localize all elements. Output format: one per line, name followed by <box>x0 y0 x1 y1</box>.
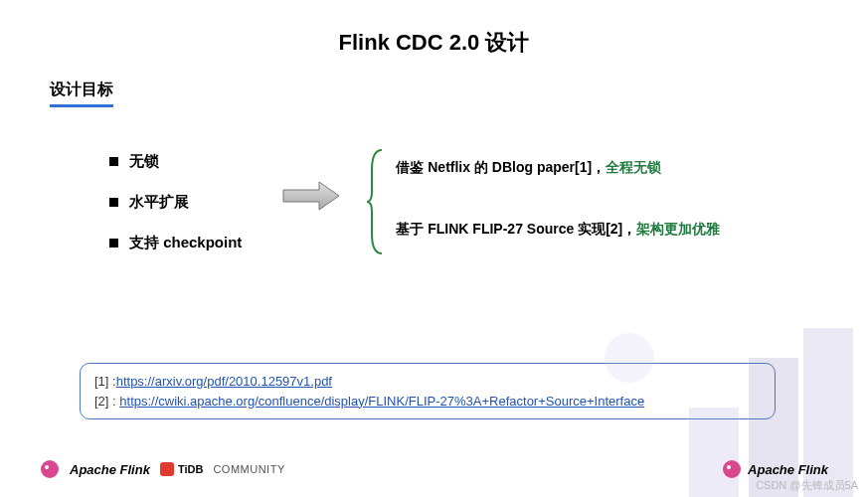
flink-brand-text: Apache Flink <box>748 462 828 477</box>
arrow-icon <box>281 180 341 212</box>
goal-item: 水平扩展 <box>109 193 242 212</box>
tidb-text: TiDB <box>178 463 203 475</box>
svg-rect-2 <box>689 408 739 497</box>
ref-link[interactable]: https://arxiv.org/pdf/2010.12597v1.pdf <box>116 374 332 389</box>
footer-left: Apache Flink TiDB COMMUNITY <box>40 459 285 479</box>
slide: Flink CDC 2.0 设计 设计目标 无锁 水平扩展 支持 checkpo… <box>0 0 868 497</box>
ref-label: [1] : <box>94 374 116 389</box>
footer-right: Apache Flink <box>722 459 828 479</box>
content-row: 无锁 水平扩展 支持 checkpoint 借鉴 Netflix 的 DBlog… <box>40 152 828 280</box>
section-heading: 设计目标 <box>50 80 113 107</box>
reference-item: [2] : https://cwiki.apache.org/confluenc… <box>94 392 761 412</box>
community-text: COMMUNITY <box>213 463 284 475</box>
svg-point-4 <box>41 460 59 478</box>
goals-list: 无锁 水平扩展 支持 checkpoint <box>109 152 242 274</box>
detail-highlight: 全程无锁 <box>606 159 661 175</box>
detail-item: 基于 FLINK FLIP-27 Source 实现[2]，架构更加优雅 <box>396 218 720 240</box>
reference-item: [1] :https://arxiv.org/pdf/2010.12597v1.… <box>94 372 761 392</box>
details-list: 借鉴 Netflix 的 DBlog paper[1]，全程无锁 基于 FLIN… <box>396 152 720 280</box>
references-box: [1] :https://arxiv.org/pdf/2010.12597v1.… <box>80 363 776 419</box>
goal-item: 支持 checkpoint <box>109 234 242 252</box>
tidb-icon <box>160 462 174 476</box>
flink-squirrel-icon <box>722 459 742 479</box>
detail-item: 借鉴 Netflix 的 DBlog paper[1]，全程无锁 <box>396 156 720 178</box>
ref-link[interactable]: https://cwiki.apache.org/confluence/disp… <box>119 394 644 409</box>
detail-prefix: 基于 FLINK FLIP-27 Source 实现[2]， <box>396 221 636 237</box>
slide-title: Flink CDC 2.0 设计 <box>40 28 828 58</box>
tidb-badge: TiDB <box>160 462 203 476</box>
brace-icon <box>366 148 384 255</box>
goal-item: 无锁 <box>109 152 242 171</box>
svg-point-6 <box>723 460 741 478</box>
flink-brand-text: Apache Flink <box>70 462 150 477</box>
detail-prefix: 借鉴 Netflix 的 DBlog paper[1]， <box>396 159 606 175</box>
ref-label: [2] : <box>94 394 119 409</box>
svg-point-5 <box>45 465 49 469</box>
flink-squirrel-icon <box>40 459 60 479</box>
watermark: CSDN @先锋成员5A <box>756 478 858 493</box>
svg-point-7 <box>727 465 731 469</box>
detail-highlight: 架构更加优雅 <box>636 221 720 237</box>
